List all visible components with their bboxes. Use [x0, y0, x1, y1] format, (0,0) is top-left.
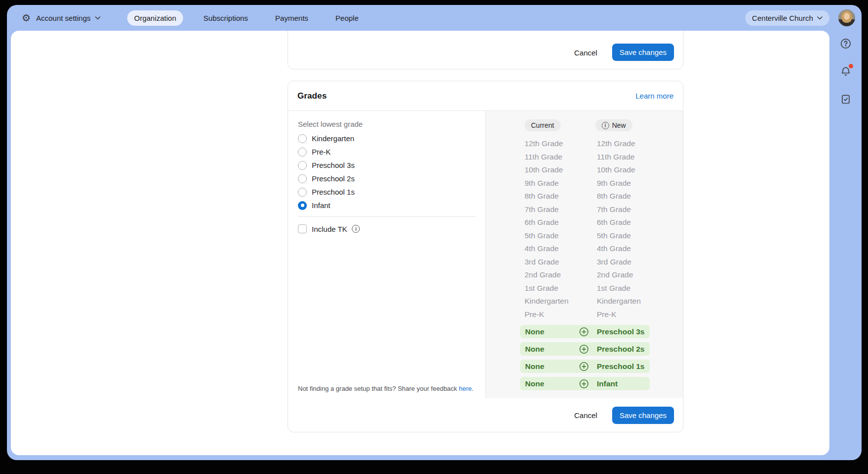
- radio-option-pre-k[interactable]: Pre-K: [298, 145, 476, 158]
- learn-more-link[interactable]: Learn more: [635, 92, 674, 100]
- grade-row: 2nd Grade2nd Grade: [486, 268, 683, 282]
- grades-card-header: Grades Learn more: [288, 81, 683, 111]
- current-grade: 10th Grade: [525, 163, 597, 177]
- grades-card-footer: Cancel Save changes: [288, 398, 683, 432]
- current-column-label: Current: [531, 121, 554, 129]
- chevron-down-icon[interactable]: [95, 16, 100, 20]
- radio-option-preschool-2s[interactable]: Preschool 2s: [298, 172, 476, 185]
- tasks-clipboard-icon[interactable]: [840, 93, 852, 105]
- current-column-pill: Current: [525, 119, 561, 131]
- grade-row: 9th Grade9th Grade: [486, 177, 683, 190]
- grade-mapping-row: None Preschool 1s: [520, 360, 650, 373]
- current-grade: 11th Grade: [525, 151, 597, 164]
- grade-row: 8th Grade8th Grade: [486, 190, 683, 203]
- radio-option-preschool-1s[interactable]: Preschool 1s: [298, 185, 476, 199]
- grade-row: 7th Grade7th Grade: [486, 203, 683, 216]
- info-icon[interactable]: i: [352, 225, 360, 233]
- current-grade: None: [525, 342, 544, 356]
- new-grade: Preschool 3s: [597, 325, 645, 338]
- new-grade: Infant: [597, 377, 618, 390]
- feedback-note: Not finding a grade setup that fits? Sha…: [298, 385, 474, 392]
- new-grade: Preschool 1s: [597, 360, 645, 373]
- radio-option-preschool-3s[interactable]: Preschool 3s: [298, 158, 476, 172]
- radio-icon-selected[interactable]: [298, 201, 307, 210]
- column-headers: Current i New: [486, 119, 683, 131]
- grade-row: 4th Grade4th Grade: [486, 242, 683, 256]
- grade-row: 6th Grade6th Grade: [486, 216, 683, 229]
- tab-organization[interactable]: Organization: [127, 10, 183, 26]
- current-grade: None: [525, 325, 544, 338]
- current-grade: 8th Grade: [525, 190, 597, 203]
- organization-switcher[interactable]: Centerville Church: [745, 10, 829, 26]
- new-grade: 8th Grade: [597, 190, 631, 203]
- radio-option-infant[interactable]: Infant: [298, 199, 476, 212]
- radio-icon[interactable]: [298, 148, 307, 157]
- user-avatar[interactable]: [838, 9, 855, 26]
- current-grade: 5th Grade: [525, 229, 597, 243]
- current-grade: None: [525, 360, 544, 373]
- notifications-bell-icon[interactable]: [840, 65, 852, 77]
- current-grade: 2nd Grade: [525, 268, 597, 282]
- save-changes-button[interactable]: Save changes: [612, 44, 674, 61]
- feedback-text: Not finding a grade setup that fits? Sha…: [298, 385, 457, 392]
- radio-label: Preschool 3s: [312, 161, 355, 169]
- settings-tabs: Organization Subscriptions Payments Peop…: [127, 10, 366, 26]
- app-window: ⚙ Account settings Organization Subscrip…: [7, 5, 862, 460]
- radio-icon[interactable]: [298, 134, 307, 143]
- plus-circle-icon: [579, 327, 589, 337]
- notification-dot: [849, 64, 853, 68]
- info-icon[interactable]: i: [602, 122, 609, 129]
- new-grade: 5th Grade: [597, 229, 631, 243]
- new-grade: 9th Grade: [597, 177, 631, 190]
- new-grade: 12th Grade: [597, 137, 635, 151]
- radio-label: Kindergarten: [312, 134, 354, 143]
- tab-people[interactable]: People: [329, 10, 366, 26]
- grade-row: 12th Grade12th Grade: [486, 137, 683, 151]
- grades-title: Grades: [297, 91, 327, 101]
- radio-label: Preschool 2s: [312, 174, 355, 183]
- new-grade: 1st Grade: [597, 282, 630, 295]
- radio-label: Preschool 1s: [312, 188, 355, 196]
- include-tk-label: Include TK: [312, 225, 347, 233]
- account-settings-label[interactable]: Account settings: [36, 14, 91, 22]
- save-changes-button[interactable]: Save changes: [612, 407, 674, 424]
- current-grade: 4th Grade: [525, 242, 597, 256]
- new-column-label: New: [612, 121, 626, 129]
- previous-settings-card: Cancel Save changes: [288, 31, 683, 69]
- organization-name: Centerville Church: [752, 14, 813, 22]
- grade-mapping-row: None Preschool 2s: [520, 342, 650, 356]
- radio-option-kindergarten[interactable]: Kindergarten: [298, 132, 476, 145]
- grade-row: KindergartenKindergarten: [486, 295, 683, 308]
- plus-circle-icon: [579, 379, 589, 389]
- radio-icon[interactable]: [298, 161, 307, 170]
- plus-circle-icon: [579, 344, 589, 354]
- new-column-pill: i New: [595, 119, 632, 131]
- help-icon[interactable]: [840, 38, 852, 50]
- tab-subscriptions[interactable]: Subscriptions: [196, 10, 255, 26]
- grade-row: 11th Grade11th Grade: [486, 151, 683, 164]
- grade-row: 10th Grade10th Grade: [486, 163, 683, 177]
- new-grade: 10th Grade: [597, 163, 635, 177]
- cancel-button[interactable]: Cancel: [572, 45, 599, 61]
- lowest-grade-selector-pane: Select lowest grade Kindergarten Pre-K P…: [288, 111, 486, 398]
- feedback-here-link[interactable]: here: [459, 385, 472, 392]
- new-grade: Kindergarten: [597, 295, 641, 308]
- new-grade: Preschool 2s: [597, 342, 645, 356]
- grade-row: 1st Grade1st Grade: [486, 282, 683, 295]
- radio-icon[interactable]: [298, 188, 307, 197]
- grade-comparison-pane: Current i New 12th Grade12th Grade 11th …: [486, 111, 683, 398]
- radio-icon[interactable]: [298, 174, 307, 183]
- right-icon-rail: [830, 31, 862, 105]
- current-grade: 9th Grade: [525, 177, 597, 190]
- tab-payments[interactable]: Payments: [268, 10, 315, 26]
- include-tk-option[interactable]: Include TK i: [298, 224, 476, 233]
- cancel-button[interactable]: Cancel: [572, 407, 599, 423]
- divider: [298, 216, 476, 217]
- grade-mapping-row: None Preschool 3s: [520, 325, 650, 338]
- current-grade: 12th Grade: [525, 137, 597, 151]
- chevron-down-icon: [817, 16, 822, 20]
- grade-row: 3rd Grade3rd Grade: [486, 256, 683, 269]
- include-tk-checkbox[interactable]: [298, 224, 307, 233]
- top-navigation-bar: ⚙ Account settings Organization Subscrip…: [7, 5, 862, 31]
- current-grade: None: [525, 377, 544, 390]
